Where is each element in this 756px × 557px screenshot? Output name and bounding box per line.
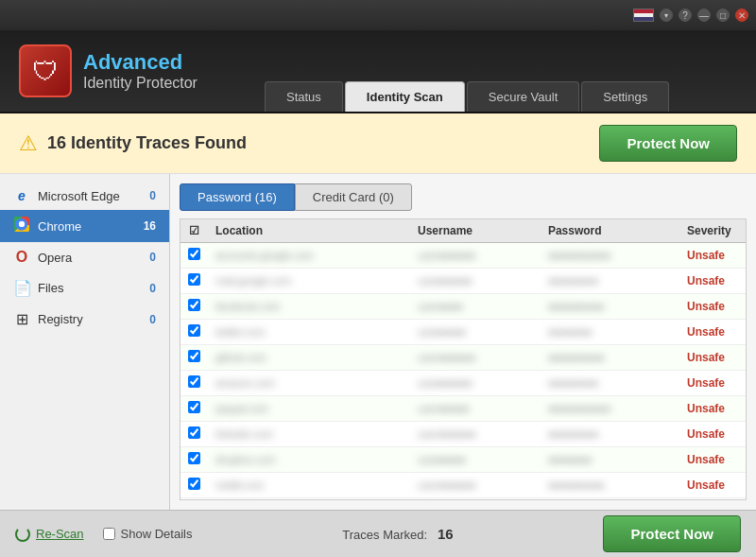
- main-area: ⚠ 16 Identity Traces Found Protect Now e…: [0, 113, 756, 557]
- row-checkbox-cell[interactable]: [180, 447, 208, 473]
- sidebar-item-registry[interactable]: ⊞ Registry 0: [0, 304, 169, 335]
- row-location: amazon.com: [208, 371, 410, 396]
- logo-area: 🛡 Advanced Identity Protector: [19, 44, 265, 97]
- tab-status[interactable]: Status: [265, 81, 343, 112]
- sidebar-item-opera[interactable]: O Opera 0: [0, 242, 169, 272]
- row-checkbox-cell[interactable]: [180, 320, 208, 345]
- row-username: user●●●●●●: [410, 473, 541, 498]
- row-checkbox[interactable]: [188, 478, 200, 490]
- footer: Re-Scan Show Details Traces Marked: 16 P…: [0, 510, 756, 557]
- re-scan-icon: [15, 527, 30, 542]
- tab-identity-scan[interactable]: Identity Scan: [345, 81, 465, 112]
- app-name-advanced: Advanced: [83, 50, 198, 75]
- row-checkbox[interactable]: [188, 350, 200, 362]
- results-table: ☑ Location Username Password Severity ac…: [180, 219, 746, 498]
- tab-secure-vault[interactable]: Secure Vault: [467, 81, 579, 112]
- row-username: use●●●●●●: [410, 371, 541, 396]
- row-checkbox[interactable]: [188, 299, 200, 311]
- maximize-button[interactable]: □: [716, 9, 730, 22]
- files-icon: 📄: [13, 279, 30, 297]
- help-btn[interactable]: ?: [679, 9, 692, 22]
- sub-tab-credit-card[interactable]: Credit Card (0): [295, 183, 412, 211]
- nav-tabs: Status Identity Scan Secure Vault Settin…: [265, 30, 671, 112]
- data-table: ☑ Location Username Password Severity ac…: [180, 218, 747, 500]
- row-password: ●●●●●●●●: [541, 371, 679, 396]
- row-checkbox[interactable]: [188, 452, 200, 464]
- alert-content: ⚠ 16 Identity Traces Found: [19, 131, 247, 156]
- row-checkbox-cell[interactable]: [180, 396, 208, 422]
- edge-icon: e: [13, 188, 30, 203]
- row-location: mail.google.com: [208, 269, 410, 294]
- re-scan-label: Re-Scan: [36, 527, 84, 541]
- row-username: use●●●●●: [410, 320, 541, 345]
- row-checkbox-cell[interactable]: [180, 371, 208, 396]
- row-checkbox-cell[interactable]: [180, 243, 208, 269]
- row-severity: Unsafe: [679, 422, 746, 447]
- protect-now-button-bottom[interactable]: Protect Now: [603, 515, 741, 552]
- row-severity: Unsafe: [679, 371, 746, 396]
- row-password: ●●●●●●●●●●: [541, 243, 679, 269]
- row-checkbox-cell[interactable]: [180, 294, 208, 320]
- app-name: Advanced Identity Protector: [83, 50, 198, 92]
- registry-icon: ⊞: [13, 310, 30, 328]
- sidebar-item-chrome[interactable]: Chrome 16: [0, 210, 169, 242]
- app-name-sub: Identity Protector: [83, 75, 198, 92]
- row-checkbox[interactable]: [188, 324, 200, 337]
- row-location: facebook.com: [208, 294, 410, 320]
- row-checkbox[interactable]: [188, 375, 200, 388]
- row-severity: Unsafe: [679, 269, 746, 294]
- row-username: use●●●●●●: [410, 269, 541, 294]
- sidebar-item-count: 16: [141, 219, 156, 233]
- row-username: user●●●●●●: [410, 243, 541, 269]
- col-password: Password: [541, 219, 679, 243]
- row-checkbox[interactable]: [188, 248, 200, 260]
- minimize-button[interactable]: —: [697, 9, 711, 22]
- row-password: ●●●●●●●●●●: [541, 396, 679, 422]
- row-password: ●●●●●●●●●: [541, 473, 679, 498]
- sub-tab-password[interactable]: Password (16): [180, 183, 295, 211]
- close-button[interactable]: ✕: [735, 9, 748, 22]
- sidebar-item-label: Opera: [38, 251, 133, 265]
- protect-now-button-top[interactable]: Protect Now: [599, 125, 737, 162]
- table-row: accounts.google.com user●●●●●● ●●●●●●●●●…: [180, 243, 746, 269]
- col-location: Location: [208, 219, 410, 243]
- row-password: ●●●●●●●●: [541, 269, 679, 294]
- row-password: ●●●●●●●●●: [541, 345, 679, 371]
- row-checkbox-cell[interactable]: [180, 473, 208, 498]
- row-location: linkedin.com: [208, 422, 410, 447]
- sidebar-item-label: Chrome: [38, 219, 133, 234]
- row-checkbox-cell[interactable]: [180, 269, 208, 294]
- row-location: accounts.google.com: [208, 243, 410, 269]
- row-password: ●●●●●●●●●: [541, 294, 679, 320]
- sidebar-item-count: 0: [141, 189, 156, 202]
- row-checkbox[interactable]: [188, 401, 200, 413]
- title-bar: ▾ ? — □ ✕: [0, 0, 756, 30]
- row-checkbox-cell[interactable]: [180, 345, 208, 371]
- tab-settings[interactable]: Settings: [581, 81, 669, 112]
- sidebar-item-files[interactable]: 📄 Files 0: [0, 272, 169, 304]
- row-username: user●●●●●●: [410, 345, 541, 371]
- row-severity: Unsafe: [679, 294, 746, 320]
- content-area: Password (16) Credit Card (0) ☑ Location…: [170, 174, 756, 510]
- sidebar: e Microsoft Edge 0 Chrome 16: [0, 174, 170, 510]
- show-details-checkbox[interactable]: [103, 528, 115, 540]
- header: 🛡 Advanced Identity Protector Status Ide…: [0, 30, 756, 113]
- show-details-area[interactable]: Show Details: [103, 527, 193, 541]
- table-row: facebook.com user●●●● ●●●●●●●●● Unsafe: [180, 294, 746, 320]
- dropdown-btn[interactable]: ▾: [660, 9, 673, 22]
- col-severity: Severity: [679, 219, 746, 243]
- row-checkbox-cell[interactable]: [180, 422, 208, 447]
- row-checkbox[interactable]: [188, 426, 200, 439]
- re-scan-button[interactable]: Re-Scan: [15, 527, 84, 542]
- sidebar-item-count: 0: [141, 251, 156, 264]
- chrome-icon: [13, 217, 30, 235]
- sidebar-item-label: Registry: [38, 312, 133, 326]
- opera-icon: O: [13, 249, 30, 266]
- sidebar-item-count: 0: [141, 313, 156, 326]
- row-severity: Unsafe: [679, 473, 746, 498]
- row-severity: Unsafe: [679, 320, 746, 345]
- sidebar-item-microsoft-edge[interactable]: e Microsoft Edge 0: [0, 182, 169, 210]
- sidebar-item-label: Microsoft Edge: [38, 189, 133, 203]
- row-checkbox[interactable]: [188, 273, 200, 286]
- flag-icon: [633, 9, 654, 22]
